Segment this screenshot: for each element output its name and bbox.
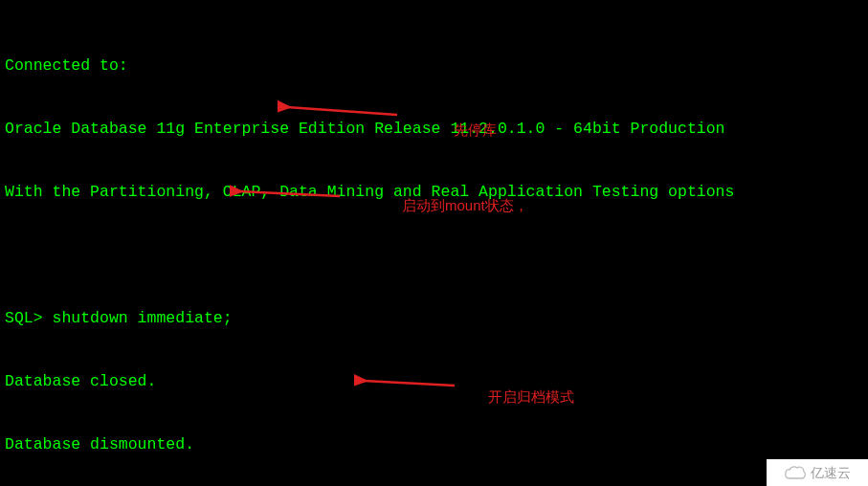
- terminal-output[interactable]: Connected to: Oracle Database 11g Enterp…: [5, 13, 863, 486]
- terminal-line: Database dismounted.: [5, 434, 863, 455]
- terminal-line: SQL> shutdown immediate;: [5, 308, 863, 329]
- terminal-line: Connected to:: [5, 55, 863, 77]
- watermark-badge: 亿速云: [767, 459, 868, 486]
- cloud-icon: [784, 465, 807, 480]
- arrow-icon: [278, 97, 402, 118]
- annotation-label: 先停库: [454, 120, 497, 141]
- annotation-label: 开启归档模式: [488, 387, 574, 408]
- arrow-icon: [354, 371, 459, 390]
- arrow-icon: [230, 182, 345, 201]
- svg-line-5: [364, 381, 455, 386]
- svg-line-3: [239, 191, 340, 196]
- annotation-label: 启动到mount状态，: [402, 195, 528, 216]
- terminal-line: Oracle Database 11g Enterprise Edition R…: [5, 119, 863, 140]
- watermark-text: 亿速云: [811, 462, 851, 483]
- svg-line-1: [287, 107, 397, 115]
- terminal-line: [5, 245, 863, 266]
